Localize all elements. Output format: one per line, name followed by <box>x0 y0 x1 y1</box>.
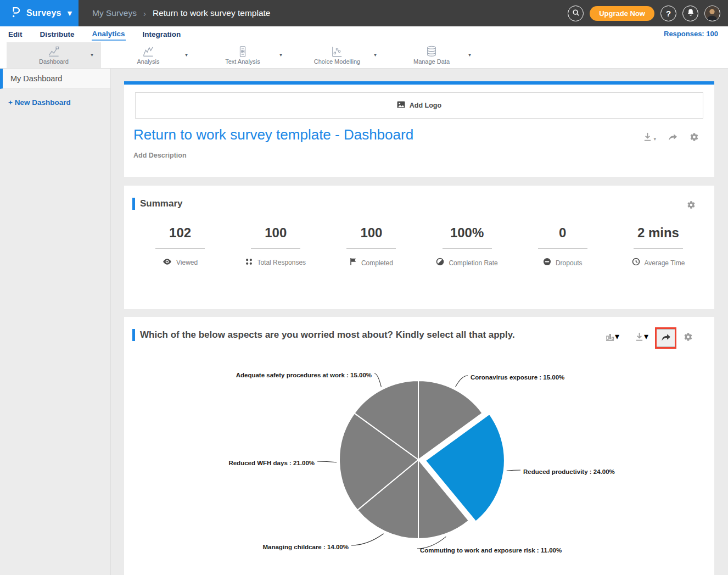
eye-icon <box>163 258 172 267</box>
scatter-chart-icon <box>331 46 343 57</box>
nav-analytics[interactable]: Analytics <box>92 28 126 41</box>
minus-circle-icon <box>543 258 551 268</box>
share-button[interactable] <box>657 329 675 347</box>
toolbar-dashboard[interactable]: Dashboard ▾ <box>7 42 101 68</box>
section-accent-stripe <box>132 329 135 341</box>
nav-integration[interactable]: Integration <box>142 29 182 40</box>
pie-slice-label: Coronavirus exposure : 15.00% <box>471 374 564 381</box>
line-chart-icon <box>142 46 154 57</box>
gear-icon[interactable] <box>687 200 696 211</box>
line-chart-icon <box>48 46 60 57</box>
breadcrumb: My Surveys › Return to work survey templ… <box>92 0 270 26</box>
chevron-down-icon: ▾ <box>374 52 377 58</box>
flag-icon <box>350 258 357 268</box>
toolbar-manage-data[interactable]: Manage Data ▾ <box>384 42 479 68</box>
chevron-down-icon: ▼ <box>68 10 72 17</box>
pie-chart: Coronavirus exposure : 15.00%Reduced pro… <box>124 351 714 575</box>
notifications-button[interactable] <box>682 5 698 21</box>
stat-average-time: 2 mins Average Time <box>611 225 706 268</box>
search-icon <box>572 9 580 18</box>
add-logo-label: Add Logo <box>410 102 441 109</box>
add-description-button[interactable]: Add Description <box>133 152 187 159</box>
pie-slice-label: Adequate safety procedures at work : 15.… <box>236 372 372 378</box>
questionpro-analytics-dashboard: Surveys ▼ My Surveys › Return to work su… <box>0 0 728 575</box>
chevron-down-icon: ▾ <box>279 52 282 58</box>
pie-slice-label: Commuting to work and exposure risk : 11… <box>420 547 562 554</box>
document-grid-icon <box>237 46 249 57</box>
pie-slice-label: Managing childcare : 14.00% <box>262 544 349 550</box>
breadcrumb-current: Return to work survey template <box>153 8 271 18</box>
top-header: Surveys ▼ My Surveys › Return to work su… <box>0 0 728 26</box>
dashboard-title[interactable]: Return to work survey template - Dashboa… <box>133 126 413 143</box>
toolbar-analysis[interactable]: Analysis ▾ <box>101 42 195 68</box>
gear-icon[interactable] <box>690 132 699 142</box>
avatar[interactable] <box>704 5 720 21</box>
help-icon: ? <box>666 9 671 18</box>
chevron-down-icon: ▾ <box>615 331 619 342</box>
section-accent-stripe <box>132 198 135 210</box>
chevron-down-icon: ▾ <box>468 52 471 58</box>
chevron-down-icon: ▾ <box>644 331 648 342</box>
pie-label-leader <box>351 534 384 545</box>
stat-total-responses: 100 Total Responses <box>228 225 323 268</box>
pie-label-leader <box>456 376 468 387</box>
breadcrumb-separator-icon: › <box>143 9 146 18</box>
pie-label-leader <box>507 470 520 471</box>
pie-label-leader <box>317 461 337 462</box>
summary-card: Summary 102 Viewed 100 Total Responses <box>124 186 714 309</box>
summary-stats: 102 Viewed 100 Total Responses 100 <box>132 225 706 268</box>
questionpro-logo <box>11 5 21 21</box>
product-switcher[interactable]: Surveys ▼ <box>0 0 79 26</box>
gear-icon[interactable] <box>684 332 693 342</box>
new-dashboard-button[interactable]: + New Dashboard <box>8 98 110 107</box>
pie-label-leader <box>374 373 381 387</box>
download-button[interactable]: ▾ <box>643 132 656 142</box>
chevron-down-icon: ▾ <box>185 52 188 58</box>
chart-type-button[interactable]: ▾ <box>605 331 619 342</box>
bell-icon <box>687 8 695 18</box>
contrast-icon <box>436 258 444 268</box>
analytics-toolbar: Dashboard ▾ Analysis ▾ Text Analysis ▾ C… <box>0 42 728 69</box>
pie-slice-label: Reduced WFH days : 21.00% <box>228 460 315 466</box>
stat-dropouts: 0 Dropouts <box>515 225 611 268</box>
share-annotation-highlight <box>655 327 676 349</box>
stat-completion-rate: 100% Completion Rate <box>419 225 515 268</box>
pie-slice-label: Reduced productivity : 24.00% <box>523 468 615 475</box>
question-title: Which of the below aspects are you worri… <box>140 330 515 340</box>
clock-icon <box>632 258 640 268</box>
dashboard-sidebar: My Dashboard + New Dashboard <box>0 69 111 575</box>
search-button[interactable] <box>568 5 584 21</box>
summary-title: Summary <box>140 198 182 209</box>
card-accent-bar <box>124 81 714 85</box>
toolbar-text-analysis[interactable]: Text Analysis ▾ <box>195 42 290 68</box>
question-header: Which of the below aspects are you worri… <box>132 329 515 341</box>
chevron-down-icon: ▾ <box>653 136 656 142</box>
database-icon <box>425 46 438 57</box>
chevron-down-icon: ▾ <box>91 52 93 58</box>
sidebar-item-my-dashboard[interactable]: My Dashboard <box>0 69 110 89</box>
dashboard-header-card: Add Logo Return to work survey template … <box>124 81 714 177</box>
brand-label: Surveys <box>26 8 61 18</box>
upgrade-now-button[interactable]: Upgrade Now <box>590 6 654 21</box>
module-nav: Edit Distribute Analytics Integration <box>0 26 728 42</box>
dashboard-title-actions: ▾ <box>643 132 699 142</box>
toolbar-choice-modelling[interactable]: Choice Modelling ▾ <box>290 42 384 68</box>
add-logo-button[interactable]: Add Logo <box>135 92 703 119</box>
stat-completed: 100 Completed <box>323 225 419 268</box>
nav-edit[interactable]: Edit <box>8 29 23 40</box>
share-icon <box>660 332 671 344</box>
header-actions: Upgrade Now ? <box>568 0 720 26</box>
responses-count[interactable]: Responses: 100 <box>664 30 718 38</box>
image-icon <box>397 101 405 110</box>
dots-grid-icon <box>245 258 253 267</box>
nav-distribute[interactable]: Distribute <box>40 29 75 40</box>
breadcrumb-my-surveys[interactable]: My Surveys <box>92 8 137 18</box>
download-button[interactable]: ▾ <box>635 331 648 342</box>
question-card: Which of the below aspects are you worri… <box>124 317 714 575</box>
stat-viewed: 102 Viewed <box>132 225 228 268</box>
share-button[interactable] <box>668 132 678 142</box>
help-button[interactable]: ? <box>660 5 676 21</box>
summary-header: Summary <box>132 198 182 210</box>
